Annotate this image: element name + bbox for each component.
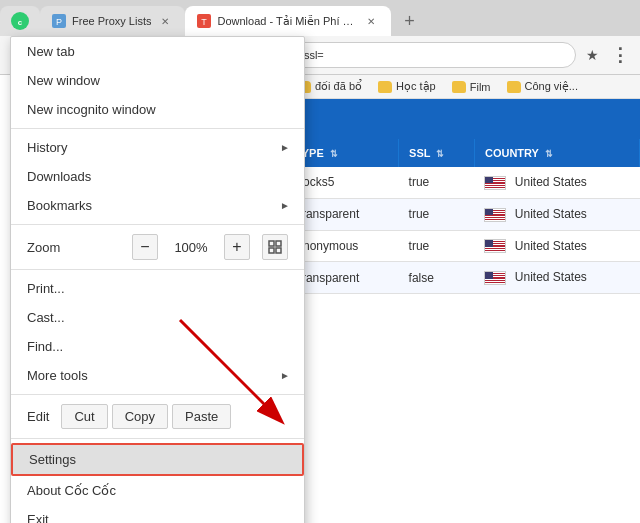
sort-icon-country: ⇅ (545, 149, 553, 159)
svg-text:c: c (18, 18, 23, 27)
menu-downloads[interactable]: Downloads (11, 162, 304, 191)
cell-ssl-2: true (399, 198, 475, 230)
sort-icon-ssl: ⇅ (436, 149, 444, 159)
svg-rect-8 (269, 248, 274, 253)
cell-ssl-1: true (399, 167, 475, 198)
folder-icon-4 (507, 81, 521, 93)
menu-cast[interactable]: Cast... (11, 303, 304, 332)
separator-3 (11, 269, 304, 270)
flag-us-1 (484, 176, 506, 190)
tab1-label: Free Proxy Lists (72, 15, 151, 27)
proxy-table: TYPE ⇅ SSL ⇅ COUNTRY ⇅ Socks5 tru (285, 139, 640, 294)
menu-about-label: About Cốc Cốc (27, 483, 116, 498)
menu-bookmarks[interactable]: Bookmarks ► (11, 191, 304, 220)
bookmark-4[interactable]: Công việ... (501, 78, 584, 95)
bookmarks-bar: đối đã bổ Học tập Film Công việ... (285, 75, 640, 99)
zoom-out-button[interactable]: − (132, 234, 158, 260)
col-country[interactable]: COUNTRY ⇅ (474, 139, 639, 167)
country-3-text: United States (515, 239, 587, 253)
menu-new-incognito-label: New incognito window (27, 102, 156, 117)
menu-print[interactable]: Print... (11, 274, 304, 303)
arrow-icon-more-tools: ► (280, 370, 290, 381)
tab-proxy[interactable]: P Free Proxy Lists ✕ (40, 6, 185, 36)
menu-new-incognito[interactable]: New incognito window (11, 95, 304, 124)
menu-settings-label: Settings (29, 452, 76, 467)
flag-us-2 (484, 208, 506, 222)
menu-settings[interactable]: Settings (11, 443, 304, 476)
menu-button[interactable]: ⋮ (608, 43, 632, 67)
table-row: Anonymous true United States (285, 230, 640, 262)
zoom-row: Zoom − 100% + (11, 229, 304, 265)
cell-country-4: United States (474, 262, 639, 294)
menu-exit[interactable]: Exit (11, 505, 304, 523)
fullscreen-button[interactable] (262, 234, 288, 260)
bookmark-4-label: Công việ... (525, 80, 578, 93)
separator-4 (11, 394, 304, 395)
bookmark-3[interactable]: Film (446, 79, 497, 95)
tab2-close[interactable]: ✕ (363, 13, 379, 29)
zoom-value: 100% (166, 240, 216, 255)
svg-rect-7 (276, 241, 281, 246)
menu-history[interactable]: History ► (11, 133, 304, 162)
bookmark-2[interactable]: Học tập (372, 78, 442, 95)
table-row: Socks5 true United States (285, 167, 640, 198)
cell-country-1: United States (474, 167, 639, 198)
col-ssl[interactable]: SSL ⇅ (399, 139, 475, 167)
country-4-text: United States (515, 270, 587, 284)
separator-1 (11, 128, 304, 129)
cell-ssl-4: false (399, 262, 475, 294)
coccoc-tab[interactable]: c (0, 6, 40, 36)
tab1-close[interactable]: ✕ (157, 13, 173, 29)
menu-more-tools[interactable]: More tools ► (11, 361, 304, 390)
menu-more-tools-label: More tools (27, 368, 88, 383)
bookmark-2-label: Học tập (396, 80, 436, 93)
web-header (285, 99, 640, 139)
sort-icon-type: ⇅ (330, 149, 338, 159)
dropdown-menu: New tab New window New incognito window … (10, 36, 305, 523)
menu-downloads-label: Downloads (27, 169, 91, 184)
proxy-tab-icon: P (52, 14, 66, 28)
svg-text:P: P (56, 17, 62, 27)
menu-bookmarks-label: Bookmarks (27, 198, 92, 213)
cell-country-3: United States (474, 230, 639, 262)
menu-new-tab[interactable]: New tab (11, 37, 304, 66)
table-row: Transparent true United States (285, 198, 640, 230)
folder-icon-2 (378, 81, 392, 93)
tab-download[interactable]: T Download - Tải Miễn Phí V... ✕ (185, 6, 391, 36)
country-2-text: United States (515, 207, 587, 221)
edit-label: Edit (27, 409, 49, 424)
web-content-inner: TYPE ⇅ SSL ⇅ COUNTRY ⇅ Socks5 tru (285, 99, 640, 523)
bookmark-1-label: đối đã bổ (315, 80, 362, 93)
menu-find-label: Find... (27, 339, 63, 354)
separator-5 (11, 438, 304, 439)
copy-button[interactable]: Copy (112, 404, 168, 429)
zoom-in-button[interactable]: + (224, 234, 250, 260)
flag-us-3 (484, 239, 506, 253)
menu-new-window[interactable]: New window (11, 66, 304, 95)
menu-exit-label: Exit (27, 512, 49, 523)
tab2-label: Download - Tải Miễn Phí V... (217, 15, 357, 28)
menu-about[interactable]: About Cốc Cốc (11, 476, 304, 505)
bookmark-star[interactable]: ★ (580, 43, 604, 67)
cut-button[interactable]: Cut (61, 404, 107, 429)
add-tab-button[interactable]: + (395, 7, 423, 35)
cell-ssl-3: true (399, 230, 475, 262)
menu-cast-label: Cast... (27, 310, 65, 325)
menu-new-tab-label: New tab (27, 44, 75, 59)
tab-bar: c P Free Proxy Lists ✕ T Download - Tải … (0, 0, 640, 36)
download-tab-icon: T (197, 14, 211, 28)
menu-find[interactable]: Find... (11, 332, 304, 361)
fullscreen-icon (268, 240, 282, 254)
menu-print-label: Print... (27, 281, 65, 296)
svg-rect-6 (269, 241, 274, 246)
paste-button[interactable]: Paste (172, 404, 231, 429)
arrow-icon-history: ► (280, 142, 290, 153)
edit-row: Edit Cut Copy Paste (11, 399, 304, 434)
svg-text:T: T (202, 17, 208, 27)
table-row: Transparent false United States (285, 262, 640, 294)
separator-2 (11, 224, 304, 225)
country-1-text: United States (515, 175, 587, 189)
menu-new-window-label: New window (27, 73, 100, 88)
cell-country-2: United States (474, 198, 639, 230)
folder-icon-3 (452, 81, 466, 93)
